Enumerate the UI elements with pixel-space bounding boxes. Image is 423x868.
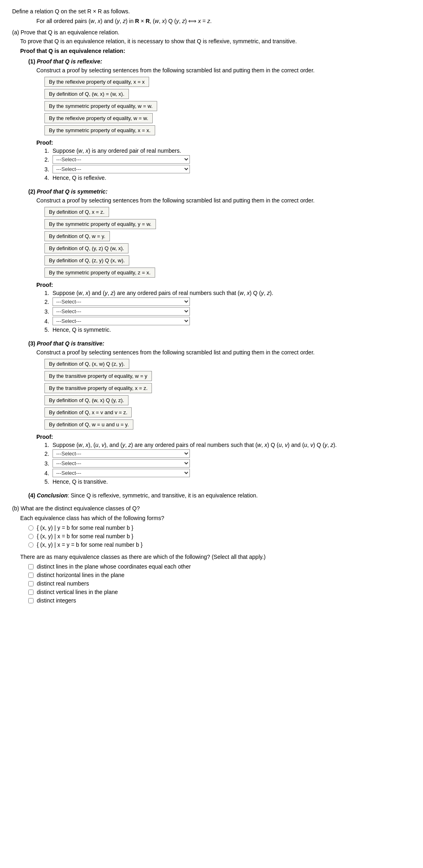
select-1-2[interactable]: ---Select--- — [53, 155, 190, 164]
step-1-1: 1. Suppose (w, x) is any ordered pair of… — [44, 147, 411, 154]
step-2-3[interactable]: 3. ---Select--- — [44, 307, 411, 316]
subsection-transitive: (3) Proof that Q is transitive: Construc… — [28, 340, 411, 485]
step-1-2[interactable]: 2. ---Select--- — [44, 155, 411, 164]
step-1-4: 4. Hence, Q is reflexive. — [44, 175, 411, 181]
radio-input-1[interactable] — [28, 525, 34, 531]
step-2-4[interactable]: 4. ---Select--- — [44, 317, 411, 325]
part-b-label: (b) What are the distinct equivalence cl… — [12, 505, 411, 512]
subsection-2-instruction: Construct a proof by selecting sentences… — [36, 197, 411, 204]
subsection-1-title: (1) Proof that Q is reflexive: — [28, 58, 411, 65]
subsection-2-title: (2) Proof that Q is symmetric: — [28, 188, 411, 195]
radio-group: { (x, y) | y = b for some real number b … — [28, 525, 411, 548]
checkbox-option-3[interactable]: distinct real numbers — [28, 580, 411, 587]
scramble-item: By definition of Q, (w, x) = (w, x). — [44, 89, 129, 99]
scramble-item: By definition of Q, (w, x) Q (y, z). — [44, 395, 128, 405]
eq-class-question: Each equivalence class has which of the … — [20, 515, 411, 521]
step-3-3[interactable]: 3. ---Select--- — [44, 459, 411, 468]
scramble-item: By the symmetric property of equality, w… — [44, 101, 157, 111]
scramble-item: By the transitive property of equality, … — [44, 371, 152, 381]
scramble-list-3: By definition of Q, (x, w) Q (z, y). By … — [44, 359, 411, 430]
proof-label-1: Proof: — [36, 139, 411, 146]
select-1-3[interactable]: ---Select--- — [53, 165, 190, 173]
scramble-item: By definition of Q, x = z. — [44, 207, 109, 217]
step-3-1: 1. Suppose (w, x), (u, v), and (y, z) ar… — [44, 442, 411, 448]
proof-steps-2: 1. Suppose (w, x) and (y, z) are any ord… — [44, 290, 411, 333]
proof-label-3: Proof: — [36, 434, 411, 440]
scramble-item: By definition of Q, w = y. — [44, 231, 110, 241]
checkbox-option-4[interactable]: distinct vertical lines in the plane — [28, 589, 411, 595]
checkbox-group: distinct lines in the plane whose coordi… — [28, 563, 411, 604]
select-2-3[interactable]: ---Select--- — [53, 307, 190, 316]
scramble-list-1: By the reflexive property of equality, x… — [44, 77, 411, 135]
radio-option-1[interactable]: { (x, y) | y = b for some real number b … — [28, 525, 411, 531]
subsection-reflexive: (1) Proof that Q is reflexive: Construct… — [28, 58, 411, 181]
step-2-2[interactable]: 2. ---Select--- — [44, 297, 411, 306]
scramble-item: By the symmetric property of equality, x… — [44, 125, 155, 135]
many-classes-text: There are as many equivalence classes as… — [20, 554, 411, 560]
proof-main-title: Proof that Q is an equivalence relation: — [20, 48, 411, 54]
intro-define: Define a relation Q on the set R × R as … — [12, 8, 411, 15]
scramble-item: By the symmetric property of equality, z… — [44, 268, 155, 278]
radio-input-2[interactable] — [28, 534, 34, 539]
scramble-item: By the reflexive property of equality, x… — [44, 77, 149, 87]
checkbox-option-2[interactable]: distinct horizontal lines in the plane — [28, 572, 411, 578]
proof-steps-1: 1. Suppose (w, x) is any ordered pair of… — [44, 147, 411, 181]
scramble-item: By the reflexive property of equality, w… — [44, 113, 153, 123]
step-3-2[interactable]: 2. ---Select--- — [44, 449, 411, 458]
proof-label-2: Proof: — [36, 282, 411, 288]
subsection-3-title: (3) Proof that Q is transitive: — [28, 340, 411, 347]
checkbox-input-4[interactable] — [28, 590, 34, 595]
subsection-3-instruction: Construct a proof by selecting sentences… — [36, 349, 411, 356]
scramble-item: By definition of Q, x = v and v = z. — [44, 407, 132, 417]
radio-option-3[interactable]: { (x, y) | x = y = b for some real numbe… — [28, 541, 411, 548]
scramble-item: By definition of Q, (x, w) Q (z, y). — [44, 359, 129, 369]
subsection-1-instruction: Construct a proof by selecting sentences… — [36, 67, 411, 74]
scramble-item: By definition of Q, w = u and u = y. — [44, 419, 133, 430]
part-a-label: (a) Prove that Q is an equivalence relat… — [12, 29, 411, 36]
select-3-3[interactable]: ---Select--- — [53, 459, 190, 468]
checkbox-input-1[interactable] — [28, 564, 34, 569]
select-2-2[interactable]: ---Select--- — [53, 297, 190, 306]
select-2-4[interactable]: ---Select--- — [53, 317, 190, 325]
intro-forall: For all ordered pairs (w, x) and (y, z) … — [36, 18, 411, 24]
scramble-item: By definition of Q, (y, z) Q (w, x). — [44, 243, 128, 253]
scramble-item: By the transitive property of equality, … — [44, 383, 152, 393]
scramble-item: By the symmetric property of equality, y… — [44, 219, 156, 229]
step-2-5: 5. Hence, Q is symmetric. — [44, 327, 411, 333]
part-b-content: Each equivalence class has which of the … — [20, 515, 411, 604]
part-a-intro: To prove that Q is an equivalence relati… — [20, 38, 411, 44]
checkbox-option-5[interactable]: distinct integers — [28, 597, 411, 604]
radio-option-2[interactable]: { (x, y) | x = b for some real number b … — [28, 533, 411, 539]
checkbox-input-5[interactable] — [28, 598, 34, 603]
radio-input-3[interactable] — [28, 542, 34, 548]
step-1-3[interactable]: 3. ---Select--- — [44, 165, 411, 173]
proof-steps-3: 1. Suppose (w, x), (u, v), and (y, z) ar… — [44, 442, 411, 485]
checkbox-input-2[interactable] — [28, 573, 34, 578]
checkbox-input-3[interactable] — [28, 581, 34, 586]
checkbox-option-1[interactable]: distinct lines in the plane whose coordi… — [28, 563, 411, 570]
scramble-list-2: By definition of Q, x = z. By the symmet… — [44, 207, 411, 278]
part-b: (b) What are the distinct equivalence cl… — [12, 505, 411, 604]
scramble-item: By definition of Q, (z, y) Q (x, w). — [44, 255, 129, 265]
step-3-5: 5. Hence, Q is transitive. — [44, 478, 411, 485]
subsection-symmetric: (2) Proof that Q is symmetric: Construct… — [28, 188, 411, 333]
step-3-4[interactable]: 4. ---Select--- — [44, 469, 411, 477]
select-3-4[interactable]: ---Select--- — [53, 469, 190, 477]
step-2-1: 1. Suppose (w, x) and (y, z) are any ord… — [44, 290, 411, 296]
conclusion: (4) Conclusion: Since Q is reflexive, sy… — [28, 492, 411, 499]
select-3-2[interactable]: ---Select--- — [53, 449, 190, 458]
